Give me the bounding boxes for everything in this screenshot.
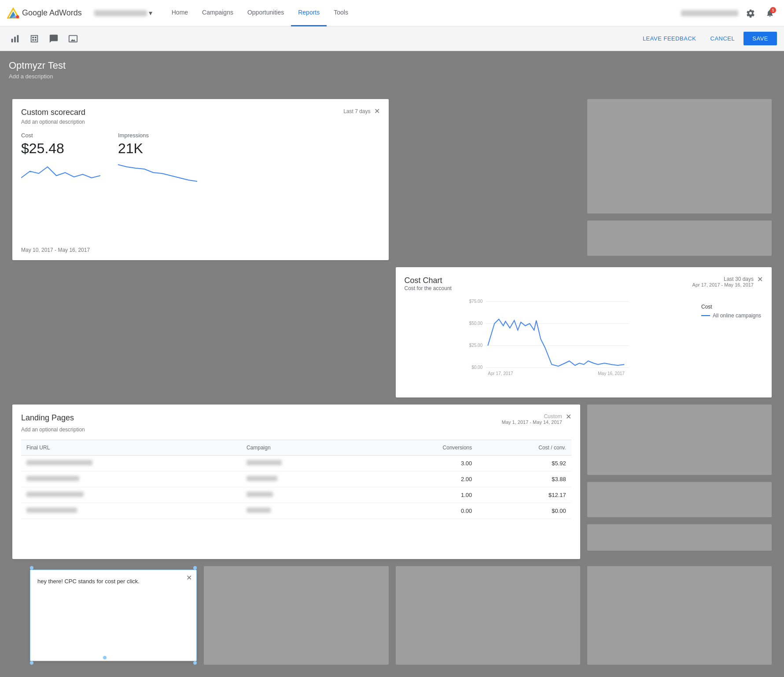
scorecard-metrics: Cost $25.48 Impressions 21K [21,132,380,188]
svg-text:$25.00: $25.00 [469,343,482,348]
resize-handle-bottom-right[interactable] [193,661,197,665]
url-cell-1 [21,455,241,471]
nav-reports[interactable]: Reports [291,0,327,26]
page-description[interactable]: Add a description [9,73,775,80]
resize-handle-top-left[interactable] [30,566,33,570]
scorecard-title: Custom scorecard [21,108,85,117]
save-button[interactable]: SAVE [744,32,777,45]
landing-pages-card: Landing Pages Custom May 1, 2017 - May 1… [12,405,580,559]
campaign-cell-3 [241,487,379,503]
legend-line-icon [701,315,710,316]
toolbar: LEAVE FEEDBACK CANCEL SAVE [0,26,784,51]
chevron-down-icon: ▾ [149,9,152,17]
col-conversions: Conversions [379,440,477,455]
legend-item: All online campaigns [701,313,763,319]
bar-chart-icon-button[interactable] [7,31,23,47]
conversions-cell-2: 2.00 [379,471,477,487]
svg-rect-5 [14,37,16,42]
tooltip-container: ✕ hey there! CPC stands for cost per cli… [9,563,200,668]
campaign-cell-2 [241,471,379,487]
table-icon-button[interactable] [26,31,42,47]
resize-handle-bottom-left[interactable] [30,661,33,665]
impressions-label: Impressions [118,132,197,139]
bottom-panel-4 [587,566,772,665]
url-cell-2 [21,471,241,487]
tooltip-close-button[interactable]: ✕ [186,574,192,582]
conversions-cell-1: 3.00 [379,455,477,471]
cost-chart-date-range: Apr 17, 2017 - May 16, 2017 [692,282,754,287]
impressions-metric: Impressions 21K [118,132,197,188]
legend-title: Cost [701,304,763,310]
cost-conv-cell-4: $0.00 [477,503,571,519]
google-ads-logo-icon [7,7,19,19]
legend-item-label: All online campaigns [713,313,761,319]
landing-pages-date-range: May 1, 2017 - May 14, 2017 [502,419,562,425]
leave-feedback-button[interactable]: LEAVE FEEDBACK [637,32,702,45]
landing-pages-close-button[interactable]: ✕ [566,413,571,420]
toolbar-actions: LEAVE FEEDBACK CANCEL SAVE [637,32,777,45]
logo-area: Google AdWords [7,7,82,19]
cards-row-1: Custom scorecard Last 7 days ✕ Add an op… [9,96,775,401]
settings-button[interactable] [744,6,758,20]
cards-row-3: ✕ hey there! CPC stands for cost per cli… [9,563,775,668]
right-panel-top-2 [587,221,772,256]
cost-chart-subtitle: Cost for the account [405,285,452,291]
resize-handle-bottom-center[interactable] [103,656,107,659]
tooltip-card: ✕ hey there! CPC stands for cost per cli… [30,570,197,661]
col-cost-conv: Cost / conv. [477,440,571,455]
svg-text:Apr 17, 2017: Apr 17, 2017 [488,371,513,376]
right-panel-second-row [584,401,775,563]
nav-tools[interactable]: Tools [327,0,355,26]
svg-point-3 [16,15,19,18]
chart-area: $75.00 $50.00 $25.00 $0.00 Apr 17, 2017 [405,295,763,384]
landing-pages-title: Landing Pages [21,413,74,423]
gear-icon [746,9,755,18]
svg-rect-6 [17,35,19,42]
tooltip-text: hey there! CPC stands for cost per click… [37,577,188,586]
cancel-button[interactable]: CANCEL [705,32,740,45]
landing-pages-header: Landing Pages Custom May 1, 2017 - May 1… [21,413,571,425]
conversions-cell-4: 0.00 [379,503,477,519]
impressions-sparkline-icon [118,160,197,187]
app-name: Google AdWords [22,8,82,18]
cost-metric: Cost $25.48 [21,132,100,188]
cost-chart-card: Cost Chart Cost for the account Last 30 … [396,267,772,397]
right-panel-mid-1 [587,405,772,475]
impressions-value: 21K [118,140,197,157]
table-row: 2.00 $3.88 [21,471,571,487]
landing-pages-description: Add an optional description [21,427,571,433]
svg-text:$50.00: $50.00 [469,321,482,326]
right-panel-mid-2 [587,482,772,517]
user-account-name [681,10,738,16]
nav-home[interactable]: Home [165,0,195,26]
account-selector[interactable]: ▾ [91,7,156,19]
scorecard-close-button[interactable]: ✕ [374,108,380,115]
scorecard-date-range: Last 7 days [343,108,370,114]
cost-sparkline-icon [21,160,100,187]
notifications-button[interactable]: 1 [763,6,777,20]
toolbar-icons [7,31,637,47]
col-final-url: Final URL [21,440,241,455]
svg-text:$0.00: $0.00 [471,365,482,370]
cost-chart-close-button[interactable]: ✕ [757,276,763,283]
cost-conv-cell-2: $3.88 [477,471,571,487]
table-row: 1.00 $12.17 [21,487,571,503]
nav-opportunities[interactable]: Opportunities [240,0,291,26]
resize-handle-top-right[interactable] [193,566,197,570]
image-icon-button[interactable] [65,31,81,47]
comment-icon-button[interactable] [46,31,62,47]
cards-row-2: Landing Pages Custom May 1, 2017 - May 1… [9,401,775,563]
scorecard-card: Custom scorecard Last 7 days ✕ Add an op… [12,99,389,260]
table-row: 3.00 $5.92 [21,455,571,471]
cost-chart-date-range-label: Last 30 days [692,276,754,282]
bottom-panel-3 [396,566,580,665]
cost-conv-cell-1: $5.92 [477,455,571,471]
conversions-cell-3: 1.00 [379,487,477,503]
scorecard-footer-date: May 10, 2017 - May 16, 2017 [21,247,90,253]
url-cell-4 [21,503,241,519]
nav-campaigns[interactable]: Campaigns [195,0,240,26]
scorecard-description: Add an optional description [21,119,380,125]
chart-legend: Cost All online campaigns [701,295,763,384]
url-cell-3 [21,487,241,503]
right-panel-mid-3 [587,524,772,551]
